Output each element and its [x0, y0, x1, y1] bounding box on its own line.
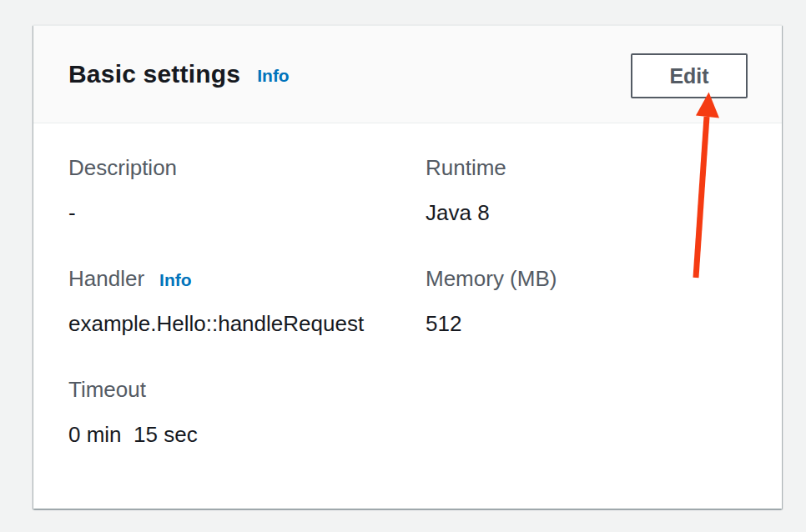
panel-title: Basic settings: [68, 60, 240, 88]
runtime-label: Runtime: [426, 155, 506, 181]
memory-label: Memory (MB): [426, 266, 557, 292]
handler-label: Handler: [68, 266, 144, 292]
edit-button[interactable]: Edit: [631, 53, 748, 98]
field-runtime: Runtime Java 8: [426, 155, 747, 226]
handler-info-link[interactable]: Info: [159, 270, 191, 290]
fields-grid: Description - Runtime Java 8 Handler Inf…: [68, 155, 747, 488]
field-memory: Memory (MB) 512: [426, 266, 747, 337]
field-timeout: Timeout 0 min 15 sec: [68, 377, 426, 448]
panel-body: Description - Runtime Java 8 Handler Inf…: [33, 123, 782, 488]
memory-value: 512: [426, 311, 747, 337]
field-empty: [426, 377, 747, 448]
description-label: Description: [68, 155, 177, 181]
runtime-value: Java 8: [426, 200, 747, 226]
title-info-link[interactable]: Info: [257, 66, 289, 86]
field-handler: Handler Info example.Hello::handleReques…: [68, 266, 426, 337]
description-value: -: [68, 200, 426, 226]
panel-header: Basic settings Info Edit: [33, 26, 782, 123]
basic-settings-panel: Basic settings Info Edit Description - R…: [33, 25, 782, 509]
handler-value: example.Hello::handleRequest: [68, 311, 426, 337]
timeout-value: 0 min 15 sec: [68, 422, 426, 448]
timeout-label: Timeout: [68, 377, 146, 403]
field-description: Description -: [68, 155, 426, 226]
